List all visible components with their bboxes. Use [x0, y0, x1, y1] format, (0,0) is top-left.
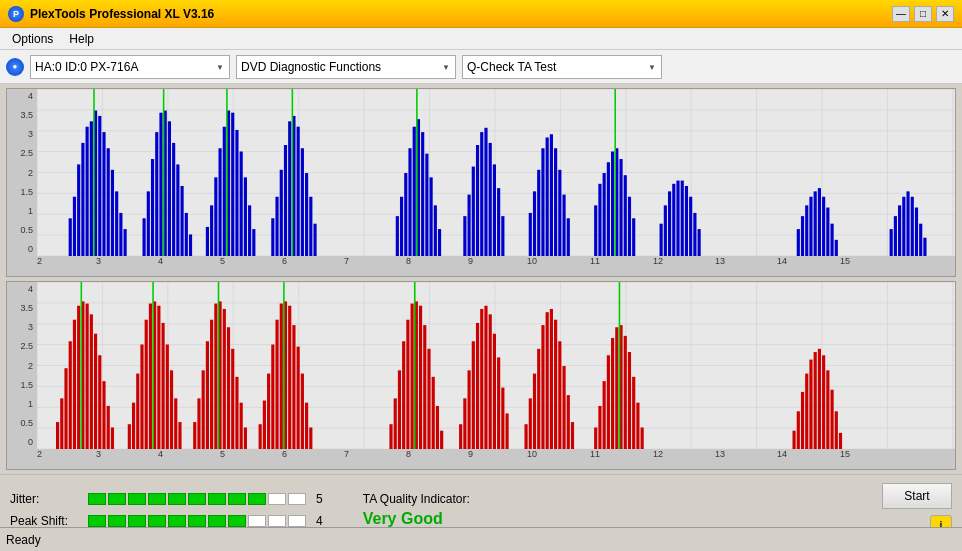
- svg-rect-191: [140, 344, 143, 449]
- svg-rect-278: [636, 403, 639, 449]
- svg-rect-264: [558, 341, 561, 449]
- svg-rect-192: [145, 320, 148, 449]
- svg-rect-127: [689, 197, 692, 256]
- svg-rect-115: [619, 159, 622, 256]
- svg-rect-254: [501, 388, 504, 449]
- jitter-value: 5: [316, 492, 323, 506]
- bottom-chart-svg: [37, 282, 955, 449]
- svg-rect-116: [624, 175, 627, 256]
- svg-rect-226: [301, 374, 304, 449]
- svg-rect-205: [206, 341, 209, 449]
- svg-rect-27: [81, 143, 84, 256]
- svg-rect-105: [554, 148, 557, 256]
- ta-quality-value: Very Good: [363, 510, 470, 528]
- svg-rect-214: [244, 427, 247, 449]
- svg-rect-122: [668, 191, 671, 256]
- svg-rect-47: [176, 164, 179, 256]
- jitter-bar-6: [188, 493, 206, 505]
- svg-rect-107: [562, 195, 565, 256]
- status-text: Ready: [6, 533, 41, 547]
- svg-rect-136: [822, 197, 825, 256]
- svg-rect-242: [440, 431, 443, 449]
- svg-rect-193: [149, 304, 152, 449]
- svg-rect-123: [672, 184, 675, 256]
- svg-rect-284: [805, 374, 808, 449]
- svg-rect-99: [529, 213, 532, 256]
- svg-rect-289: [826, 370, 829, 449]
- svg-rect-200: [178, 422, 181, 449]
- svg-rect-220: [275, 320, 278, 449]
- svg-rect-279: [641, 427, 644, 449]
- minimize-button[interactable]: —: [892, 6, 910, 22]
- maximize-button[interactable]: □: [914, 6, 932, 22]
- svg-rect-272: [611, 338, 614, 449]
- svg-rect-253: [497, 357, 500, 449]
- svg-rect-113: [611, 151, 614, 256]
- svg-rect-28: [86, 127, 89, 256]
- svg-rect-186: [111, 427, 114, 449]
- function-select[interactable]: DVD Diagnostic Functions: [236, 55, 456, 79]
- bottom-chart: 4 3.5 3 2.5 2 1.5 1 0.5 0: [6, 281, 956, 470]
- svg-rect-124: [676, 181, 679, 256]
- svg-rect-89: [463, 216, 466, 256]
- svg-rect-291: [835, 411, 838, 449]
- svg-rect-292: [839, 433, 842, 449]
- svg-rect-62: [248, 205, 251, 256]
- svg-rect-217: [263, 401, 266, 449]
- jitter-bar-11: [288, 493, 306, 505]
- svg-rect-267: [571, 422, 574, 449]
- menu-help[interactable]: Help: [61, 30, 102, 48]
- svg-rect-68: [284, 145, 287, 256]
- start-button[interactable]: Start: [882, 483, 952, 509]
- svg-rect-177: [73, 320, 76, 449]
- svg-rect-276: [628, 352, 631, 449]
- svg-rect-138: [830, 224, 833, 256]
- jitter-bars: [88, 493, 306, 505]
- drive-select[interactable]: HA:0 ID:0 PX-716A: [30, 55, 230, 79]
- svg-rect-42: [155, 132, 158, 256]
- svg-rect-178: [77, 306, 80, 449]
- svg-rect-181: [90, 314, 93, 449]
- svg-rect-56: [223, 127, 226, 256]
- svg-rect-184: [102, 381, 105, 449]
- svg-rect-132: [805, 205, 808, 256]
- svg-rect-143: [902, 197, 905, 256]
- jitter-bar-8: [228, 493, 246, 505]
- svg-rect-31: [98, 116, 101, 256]
- svg-rect-210: [227, 327, 230, 449]
- svg-rect-37: [124, 229, 127, 256]
- svg-rect-148: [923, 238, 926, 256]
- svg-rect-48: [181, 186, 184, 256]
- svg-rect-203: [197, 398, 200, 449]
- top-chart-area: [37, 89, 955, 256]
- svg-rect-228: [309, 427, 312, 449]
- svg-rect-61: [244, 177, 247, 256]
- svg-rect-91: [472, 167, 475, 256]
- svg-rect-287: [818, 349, 821, 449]
- svg-rect-175: [64, 368, 67, 449]
- svg-rect-80: [408, 148, 411, 256]
- svg-rect-95: [489, 143, 492, 256]
- svg-rect-146: [915, 208, 918, 256]
- ta-quality-section: TA Quality Indicator: Very Good: [363, 492, 470, 528]
- menu-options[interactable]: Options: [4, 30, 61, 48]
- svg-rect-268: [594, 427, 597, 449]
- peak-shift-bar-1: [88, 515, 106, 527]
- svg-rect-263: [554, 320, 557, 449]
- test-select[interactable]: Q-Check TA Test: [462, 55, 662, 79]
- svg-rect-196: [162, 323, 165, 449]
- svg-rect-104: [550, 134, 553, 256]
- svg-rect-92: [476, 145, 479, 256]
- svg-rect-260: [541, 325, 544, 449]
- svg-rect-275: [624, 336, 627, 449]
- peak-shift-bar-2: [108, 515, 126, 527]
- svg-rect-185: [107, 406, 110, 449]
- svg-rect-117: [628, 197, 631, 256]
- drive-icon: ●: [6, 58, 24, 76]
- svg-rect-266: [567, 395, 570, 449]
- svg-rect-198: [170, 370, 173, 449]
- svg-rect-199: [174, 398, 177, 449]
- close-button[interactable]: ✕: [936, 6, 954, 22]
- svg-rect-90: [468, 195, 471, 256]
- jitter-bar-9: [248, 493, 266, 505]
